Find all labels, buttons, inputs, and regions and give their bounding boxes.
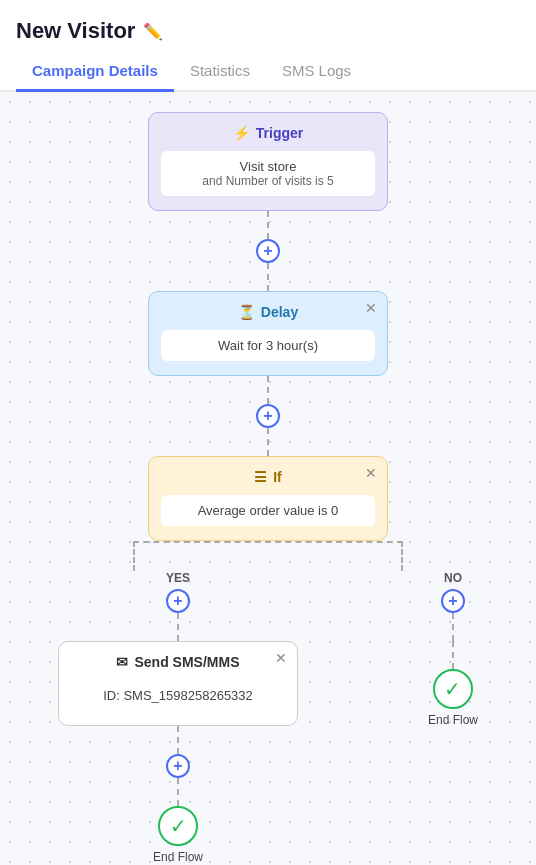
branch-right-line bbox=[401, 541, 403, 571]
checkmark-yes: ✓ bbox=[170, 814, 187, 838]
sms-icon: ✉ bbox=[116, 654, 128, 670]
if-close-button[interactable]: ✕ bbox=[365, 465, 377, 481]
edit-icon[interactable]: ✏️ bbox=[143, 22, 163, 41]
if-icon: ☰ bbox=[254, 469, 267, 485]
end-circle-no: ✓ bbox=[433, 669, 473, 709]
dashed-line-2b bbox=[267, 428, 269, 456]
page-title: New Visitor bbox=[16, 18, 135, 44]
end-flow-yes: ✓ End Flow bbox=[153, 806, 203, 864]
no-dashed-line-2 bbox=[452, 641, 454, 669]
delay-text: Wait for 3 hour(s) bbox=[173, 338, 363, 353]
flow-canvas: ⚡ Trigger Visit store and Number of visi… bbox=[0, 92, 536, 865]
end-label-no: End Flow bbox=[428, 713, 478, 727]
tab-sms-logs[interactable]: SMS Logs bbox=[266, 52, 367, 92]
add-button-1[interactable]: + bbox=[256, 239, 280, 263]
trigger-sub-text: and Number of visits is 5 bbox=[173, 174, 363, 188]
yes-label: YES bbox=[166, 571, 190, 585]
branch-horizontal-line bbox=[133, 541, 403, 543]
trigger-condition: Visit store and Number of visits is 5 bbox=[161, 151, 375, 196]
yes-branch: YES + ✕ ✉ Send SMS/MMS ID: SMS_159825826… bbox=[58, 571, 298, 864]
sms-id-text: ID: SMS_1598258265332 bbox=[83, 688, 273, 703]
connector-2: + bbox=[256, 376, 280, 456]
dashed-line-1b bbox=[267, 263, 269, 291]
delay-label: Delay bbox=[261, 304, 298, 320]
tab-statistics[interactable]: Statistics bbox=[174, 52, 266, 92]
trigger-main-text: Visit store bbox=[173, 159, 363, 174]
yes-dashed-line-3 bbox=[177, 778, 179, 806]
sms-block[interactable]: ✕ ✉ Send SMS/MMS ID: SMS_1598258265332 bbox=[58, 641, 298, 726]
delay-header: ⏳ Delay bbox=[238, 304, 298, 320]
end-label-yes: End Flow bbox=[153, 850, 203, 864]
sms-id: ID: SMS_1598258265332 bbox=[71, 680, 285, 711]
add-button-3[interactable]: + bbox=[166, 754, 190, 778]
trigger-label: Trigger bbox=[256, 125, 303, 141]
end-circle-yes: ✓ bbox=[158, 806, 198, 846]
if-label: If bbox=[273, 469, 282, 485]
if-condition-text: Average order value is 0 bbox=[173, 503, 363, 518]
delay-block[interactable]: ✕ ⏳ Delay Wait for 3 hour(s) bbox=[148, 291, 388, 376]
add-button-yes[interactable]: + bbox=[166, 589, 190, 613]
dashed-line-2 bbox=[267, 376, 269, 404]
no-branch: NO + ✓ End Flow bbox=[428, 571, 478, 727]
dashed-line-1 bbox=[267, 211, 269, 239]
yes-dashed-line-2 bbox=[177, 726, 179, 754]
trigger-block[interactable]: ⚡ Trigger Visit store and Number of visi… bbox=[148, 112, 388, 211]
if-header: ☰ If bbox=[254, 469, 282, 485]
checkmark-no: ✓ bbox=[444, 677, 461, 701]
trigger-header: ⚡ Trigger bbox=[233, 125, 303, 141]
page-header: New Visitor ✏️ bbox=[0, 0, 536, 52]
tab-campaign-details[interactable]: Campaign Details bbox=[16, 52, 174, 92]
if-block[interactable]: ✕ ☰ If Average order value is 0 bbox=[148, 456, 388, 541]
delay-detail: Wait for 3 hour(s) bbox=[161, 330, 375, 361]
trigger-icon: ⚡ bbox=[233, 125, 250, 141]
yes-dashed-line bbox=[177, 613, 179, 641]
connector-1: + bbox=[256, 211, 280, 291]
end-flow-no: ✓ End Flow bbox=[428, 669, 478, 727]
sms-close-button[interactable]: ✕ bbox=[275, 650, 287, 666]
add-button-2[interactable]: + bbox=[256, 404, 280, 428]
add-button-no[interactable]: + bbox=[441, 589, 465, 613]
tabs-bar: Campaign Details Statistics SMS Logs bbox=[0, 52, 536, 92]
delay-icon: ⏳ bbox=[238, 304, 255, 320]
delay-close-button[interactable]: ✕ bbox=[365, 300, 377, 316]
branches: YES + ✕ ✉ Send SMS/MMS ID: SMS_159825826… bbox=[58, 571, 478, 864]
no-label: NO bbox=[444, 571, 462, 585]
sms-label: Send SMS/MMS bbox=[134, 654, 239, 670]
no-dashed-line bbox=[452, 613, 454, 641]
sms-header: ✉ Send SMS/MMS bbox=[116, 654, 239, 670]
if-condition: Average order value is 0 bbox=[161, 495, 375, 526]
branch-left-line bbox=[133, 541, 135, 571]
